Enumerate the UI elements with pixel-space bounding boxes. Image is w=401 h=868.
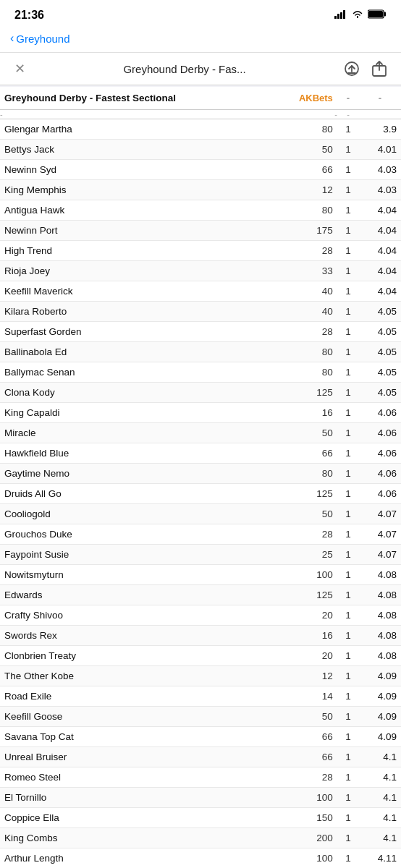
horse-name: Rioja Joey <box>0 261 273 281</box>
svg-rect-3 <box>343 10 345 19</box>
nav-back-label[interactable]: Greyhound <box>16 33 69 45</box>
table-row[interactable]: Faypoint Susie 25 1 4.07 <box>0 545 401 565</box>
horse-name: Clonbrien Treaty <box>0 646 273 666</box>
odds-decimal: 4.08 <box>359 626 401 646</box>
odds-num: 80 <box>273 119 337 140</box>
table-row[interactable]: Ballymac Senan 80 1 4.05 <box>0 362 401 383</box>
table-row[interactable]: Edwards 125 1 4.08 <box>0 585 401 605</box>
table-row[interactable]: The Other Kobe 12 1 4.09 <box>0 666 401 686</box>
table-row[interactable]: Keefill Maverick 40 1 4.04 <box>0 281 401 302</box>
odds-decimal: 4.05 <box>359 322 401 342</box>
odds-one: 1 <box>337 585 359 605</box>
table-row[interactable]: El Tornillo 100 1 4.1 <box>0 788 401 808</box>
odds-decimal: 4.04 <box>359 221 401 241</box>
horse-name: Savana Top Cat <box>0 727 273 747</box>
table-row[interactable]: Arthur Length 100 1 4.11 <box>0 848 401 869</box>
odds-num: 125 <box>273 383 337 403</box>
table-row[interactable]: Grouchos Duke 28 1 4.07 <box>0 524 401 545</box>
battery-icon <box>368 9 387 21</box>
odds-one: 1 <box>337 605 359 626</box>
odds-num: 33 <box>273 261 337 281</box>
table-row[interactable]: Bettys Jack 50 1 4.01 <box>0 140 401 160</box>
horse-name: Unreal Bruiser <box>0 747 273 767</box>
odds-num: 14 <box>273 686 337 707</box>
odds-one: 1 <box>337 788 359 808</box>
table-row[interactable]: Miracle 50 1 4.06 <box>0 423 401 443</box>
odds-one: 1 <box>337 747 359 767</box>
table-row[interactable]: Crafty Shivoo 20 1 4.08 <box>0 605 401 626</box>
horse-name: The Other Kobe <box>0 666 273 686</box>
table-row[interactable]: Druids All Go 125 1 4.06 <box>0 484 401 504</box>
table-row[interactable]: Savana Top Cat 66 1 4.09 <box>0 727 401 747</box>
odds-one: 1 <box>337 200 359 221</box>
table-row[interactable]: Glengar Martha 80 1 3.9 <box>0 119 401 140</box>
table-row[interactable]: Coppice Ella 150 1 4.1 <box>0 808 401 828</box>
table-row[interactable]: King Capaldi 16 1 4.06 <box>0 403 401 423</box>
odds-decimal: 4.06 <box>359 443 401 464</box>
odds-decimal: 4.06 <box>359 484 401 504</box>
table-row[interactable]: Newinn Syd 66 1 4.03 <box>0 160 401 180</box>
horse-name: Druids All Go <box>0 484 273 504</box>
horse-name: Clona Kody <box>0 383 273 403</box>
nav-back-button[interactable]: ‹ Greyhound <box>10 32 70 45</box>
table-row[interactable]: Unreal Bruiser 66 1 4.1 <box>0 747 401 767</box>
close-button[interactable]: ✕ <box>12 61 28 77</box>
horse-name: Edwards <box>0 585 273 605</box>
odds-one: 1 <box>337 383 359 403</box>
odds-one: 1 <box>337 221 359 241</box>
odds-decimal: 4.08 <box>359 646 401 666</box>
odds-one: 1 <box>337 727 359 747</box>
subheader-name: - <box>0 110 273 119</box>
table-row[interactable]: Kilara Roberto 40 1 4.05 <box>0 302 401 322</box>
horse-name: King Capaldi <box>0 403 273 423</box>
wifi-icon <box>352 10 363 21</box>
table-row[interactable]: Romeo Steel 28 1 4.1 <box>0 767 401 788</box>
table-row[interactable]: Clonbrien Treaty 20 1 4.08 <box>0 646 401 666</box>
odds-table: Greyhound Derby - Fastest Sectional AKBe… <box>0 87 401 868</box>
subheader-col4 <box>359 110 401 119</box>
signal-icon <box>334 10 347 21</box>
odds-one: 1 <box>337 524 359 545</box>
table-row[interactable]: Hawkfield Blue 66 1 4.06 <box>0 443 401 464</box>
odds-decimal: 4.1 <box>359 808 401 828</box>
add-to-betslip-icon[interactable] <box>342 59 362 79</box>
table-row[interactable]: Antigua Hawk 80 1 4.04 <box>0 200 401 221</box>
toolbar-action-icons <box>342 59 389 79</box>
header-col4: - <box>359 87 401 110</box>
table-row[interactable]: Road Exile 14 1 4.09 <box>0 686 401 707</box>
odds-one: 1 <box>337 281 359 302</box>
table-row[interactable]: Ballinabola Ed 80 1 4.05 <box>0 342 401 362</box>
table-row[interactable]: King Combs 200 1 4.1 <box>0 828 401 848</box>
table-row[interactable]: Cooliogold 50 1 4.07 <box>0 504 401 524</box>
table-row[interactable]: Swords Rex 16 1 4.08 <box>0 626 401 646</box>
header-col3: - <box>337 87 359 110</box>
table-row[interactable]: Superfast Gorden 28 1 4.05 <box>0 322 401 342</box>
odds-decimal: 4.06 <box>359 423 401 443</box>
odds-decimal: 4.06 <box>359 464 401 484</box>
odds-one: 1 <box>337 828 359 848</box>
status-icons <box>334 9 387 21</box>
table-row[interactable]: King Memphis 12 1 4.03 <box>0 180 401 200</box>
share-icon[interactable] <box>369 59 389 79</box>
table-row[interactable]: Rioja Joey 33 1 4.04 <box>0 261 401 281</box>
odds-decimal: 4.1 <box>359 747 401 767</box>
odds-decimal: 4.08 <box>359 605 401 626</box>
odds-num: 66 <box>273 443 337 464</box>
horse-name: Romeo Steel <box>0 767 273 788</box>
table-row[interactable]: Gaytime Nemo 80 1 4.06 <box>0 464 401 484</box>
odds-decimal: 4.05 <box>359 302 401 322</box>
odds-num: 20 <box>273 605 337 626</box>
table-row[interactable]: Keefill Goose 50 1 4.09 <box>0 707 401 727</box>
odds-one: 1 <box>337 342 359 362</box>
table-row[interactable]: Clona Kody 125 1 4.05 <box>0 383 401 403</box>
odds-num: 28 <box>273 767 337 788</box>
table-row[interactable]: Newinn Port 175 1 4.04 <box>0 221 401 241</box>
odds-decimal: 4.08 <box>359 585 401 605</box>
header-akbets[interactable]: AKBets <box>273 87 337 110</box>
table-row[interactable]: High Trend 28 1 4.04 <box>0 241 401 261</box>
nav-bar: ‹ Greyhound <box>0 26 401 53</box>
horse-name: Road Exile <box>0 686 273 707</box>
table-row[interactable]: Nowitsmyturn 100 1 4.08 <box>0 565 401 585</box>
odds-decimal: 4.03 <box>359 160 401 180</box>
odds-one: 1 <box>337 767 359 788</box>
